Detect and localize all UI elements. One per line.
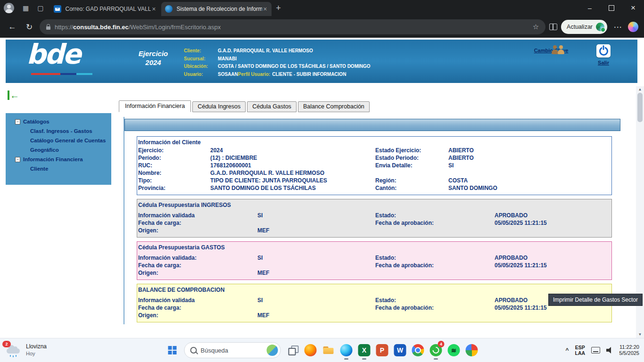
open-indicator bbox=[362, 358, 366, 360]
workspaces-icon[interactable]: ▦ bbox=[23, 5, 29, 11]
sidebar-item[interactable]: Clasf. Ingresos - Gastos bbox=[6, 126, 111, 136]
weather-day: Hoy bbox=[26, 350, 47, 357]
section-row: Fecha de carga: Fecha de aprobación: 05/… bbox=[138, 262, 611, 269]
address-bar[interactable]: https://consulta.bde.fin.ec/WebSim/Login… bbox=[40, 19, 545, 34]
field-label: Nombre: bbox=[138, 169, 210, 177]
collapse-menu-icon[interactable]: ← bbox=[8, 90, 19, 100]
clock[interactable]: 11:22:20 5/5/2025 bbox=[619, 344, 639, 356]
status-section-box: Cédula Presupuestaria INGRESOS Informaci… bbox=[137, 199, 612, 238]
section-rows: Información validada SI Estado: APROBADO… bbox=[138, 296, 611, 319]
powerpoint-icon[interactable]: P bbox=[373, 341, 391, 360]
field-value: SI bbox=[257, 254, 375, 262]
search-placeholder: Búsqueda bbox=[201, 347, 263, 354]
volume-icon[interactable] bbox=[606, 347, 613, 354]
field-label: Cliente: bbox=[184, 47, 218, 55]
tab-close-icon[interactable]: × bbox=[151, 5, 157, 13]
sidebar-item[interactable]: Cliente bbox=[6, 164, 111, 173]
field-value: MEF bbox=[257, 312, 375, 319]
field-value: 1768120600001 bbox=[210, 162, 375, 169]
collapse-box-icon[interactable]: − bbox=[15, 157, 20, 162]
split-screen-icon[interactable] bbox=[549, 24, 557, 30]
field-value bbox=[495, 269, 611, 277]
windows-icon bbox=[168, 346, 177, 354]
content-tab[interactable]: Cédula Ingresos bbox=[192, 101, 246, 112]
scroll-down-icon[interactable]: ▼ bbox=[636, 331, 644, 338]
touch-keyboard-icon[interactable] bbox=[591, 347, 600, 354]
section-row: Origen: MEF bbox=[138, 227, 611, 234]
field-label: Origen: bbox=[138, 312, 257, 319]
firefox-icon[interactable] bbox=[302, 341, 320, 360]
field-label: Fecha de aprobación: bbox=[375, 304, 495, 312]
field-value: COSTA bbox=[448, 177, 611, 184]
session-fields: Cliente: G.A.D. PARROQUIAL R. VALLE HERM… bbox=[184, 47, 371, 78]
client-info-row: Provincia: SANTO DOMINGO DE LOS TSÁCHILA… bbox=[138, 184, 611, 192]
word-icon[interactable]: W bbox=[391, 341, 409, 360]
sidebar-item[interactable]: − Catálogos bbox=[6, 117, 111, 126]
client-info-row: RUC: 1768120600001 Envia Detalle: SI bbox=[138, 162, 611, 169]
section-row: Información validada SI Estado: APROBADO bbox=[138, 296, 611, 304]
scroll-up-icon[interactable]: ▲ bbox=[636, 86, 644, 93]
logout-label[interactable]: Salir bbox=[585, 60, 622, 66]
chrome-icon[interactable] bbox=[409, 341, 427, 360]
logout-link[interactable]: Salir bbox=[585, 44, 622, 66]
browser-tab[interactable]: Sistema de Recoleccion de Inform × bbox=[161, 2, 272, 16]
spotify-icon[interactable]: ≋ bbox=[445, 341, 463, 360]
minimize-button[interactable]: – bbox=[579, 0, 601, 16]
section-rows: Información validada SI Estado: APROBADO… bbox=[138, 212, 611, 234]
file-explorer-icon[interactable] bbox=[320, 341, 338, 360]
refresh-data-button[interactable]: Actualizar bbox=[561, 20, 607, 34]
whatsapp-icon[interactable]: 4 bbox=[427, 341, 445, 360]
edge-icon[interactable] bbox=[338, 341, 355, 360]
search-input[interactable]: Búsqueda bbox=[184, 342, 281, 358]
section-title: Cédula Presupuestaria GASTOS bbox=[138, 244, 611, 252]
collapse-box-icon[interactable]: − bbox=[15, 119, 20, 124]
browser-tab[interactable]: Correo: GAD PARROQUIAL VALLE × bbox=[50, 2, 160, 16]
sidebar-item[interactable]: Geográfico bbox=[6, 145, 111, 155]
field-value bbox=[257, 219, 375, 227]
hidden-icons-chevron[interactable]: ^ bbox=[566, 347, 569, 354]
sidebar-item[interactable]: Catálogo General de Cuentas bbox=[6, 136, 111, 145]
system-tray: ^ ESP LAA 11:22:20 5/5/2025 bbox=[566, 338, 639, 362]
client-info-box: Información del Cliente Ejercicio: 2024 … bbox=[137, 136, 612, 195]
lock-icon[interactable] bbox=[46, 26, 50, 30]
sidebar-item-label: Clasf. Ingresos - Gastos bbox=[30, 128, 92, 134]
language-indicator[interactable]: ESP LAA bbox=[575, 345, 586, 356]
session-pair: Usuario: SOSAAN bbox=[184, 71, 238, 79]
logo-underline bbox=[31, 73, 92, 75]
power-icon bbox=[596, 44, 611, 58]
content-tab[interactable]: Cédula Gastos bbox=[247, 101, 297, 112]
close-button[interactable]: × bbox=[622, 0, 644, 16]
section-row: Fecha de carga: Fecha de aprobación: 05/… bbox=[138, 219, 611, 227]
task-view-icon[interactable] bbox=[284, 341, 302, 360]
titlebar-left: ▦ ▢ bbox=[0, 3, 50, 13]
notification-badge: 2 bbox=[2, 341, 11, 347]
change-password-link[interactable]: Cambio Clave bbox=[525, 45, 577, 53]
content-tab[interactable]: Información Financiera bbox=[119, 100, 191, 112]
more-menu-icon[interactable]: ⋯ bbox=[611, 22, 624, 32]
maximize-button[interactable] bbox=[601, 0, 622, 16]
bde-logo: bde bbox=[26, 39, 80, 70]
field-label: Provincia: bbox=[138, 184, 210, 192]
status-sections: Cédula Presupuestaria INGRESOS Informaci… bbox=[137, 199, 612, 322]
field-value: COSTA / SANTO DOMINGO DE LOS TSÁCHILAS /… bbox=[218, 63, 371, 71]
scrollbar-thumb[interactable] bbox=[637, 93, 643, 122]
profile-avatar-icon[interactable] bbox=[4, 3, 14, 13]
excel-icon[interactable]: X bbox=[355, 341, 373, 360]
copilot-icon[interactable] bbox=[628, 22, 638, 32]
refresh-icon[interactable]: ↻ bbox=[23, 22, 36, 32]
favorite-star-icon[interactable]: ☆ bbox=[533, 23, 539, 31]
google-photos-icon[interactable] bbox=[463, 341, 481, 360]
content-tab[interactable]: Balance Comprobación bbox=[298, 101, 370, 112]
sidebar-item[interactable]: − Información Financiera bbox=[6, 155, 111, 164]
tab-close-icon[interactable]: × bbox=[262, 5, 268, 13]
tab-list-icon[interactable]: ▢ bbox=[37, 5, 43, 11]
weather-widget[interactable]: 2 Llovizna Hoy bbox=[6, 342, 47, 357]
back-icon[interactable]: ← bbox=[6, 22, 19, 32]
start-button[interactable] bbox=[164, 341, 182, 359]
field-label: Fecha de carga: bbox=[138, 262, 257, 269]
change-password-label[interactable]: Cambio Clave bbox=[525, 48, 577, 53]
new-tab-button[interactable]: + bbox=[272, 1, 285, 15]
content-tab-label: Cédula Gastos bbox=[252, 103, 291, 110]
status-section-box: Cédula Presupuestaria GASTOS Información… bbox=[137, 241, 612, 280]
field-label: Estado Ejercicio: bbox=[375, 147, 448, 154]
